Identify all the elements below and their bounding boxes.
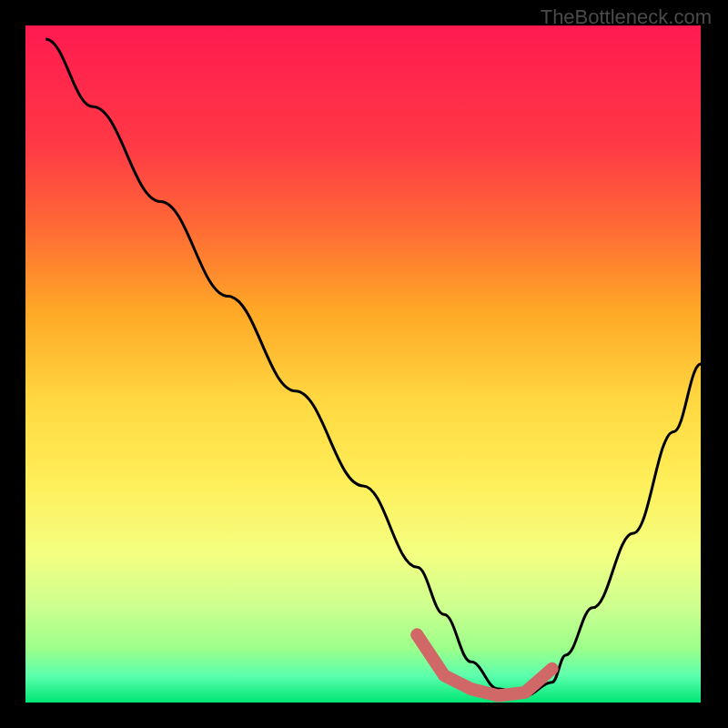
chart-svg (0, 0, 728, 728)
chart-container: TheBottleneck.com (0, 0, 728, 728)
watermark-text: TheBottleneck.com (541, 5, 712, 29)
highlight-dot (410, 629, 423, 642)
